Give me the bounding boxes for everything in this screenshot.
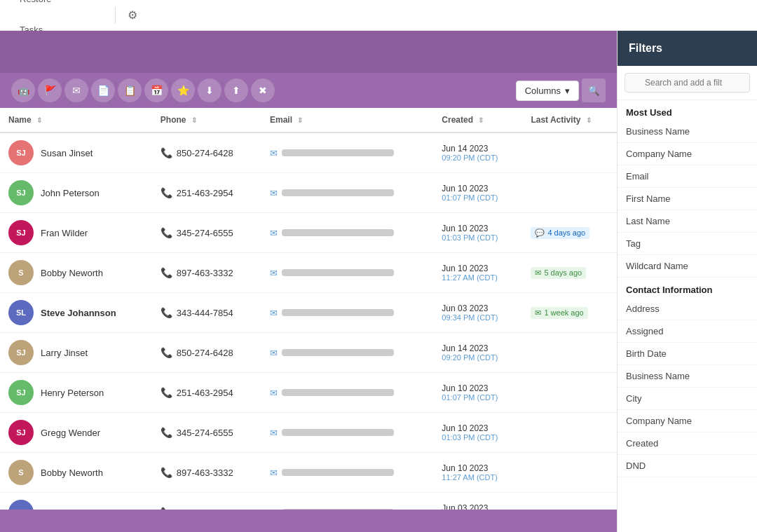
email-icon: ✉ xyxy=(270,308,278,318)
email-cell: ✉ xyxy=(261,173,433,213)
table-row[interactable]: SJ Henry Peterson 📞 251-463-2954 ✉ Jun 1… xyxy=(0,373,617,413)
filter-contact-item-company-name[interactable]: Company Name xyxy=(618,410,757,432)
contact-name: Bobby Neworth xyxy=(41,268,103,278)
contact-name: Bobby Neworth xyxy=(41,468,103,478)
name-cell: SL Joeann Thompson xyxy=(0,493,152,510)
name-cell: S Bobby Neworth xyxy=(0,253,152,293)
purple-banner xyxy=(0,31,617,73)
activity-cell xyxy=(522,493,617,510)
filter-contact-item-assigned[interactable]: Assigned xyxy=(618,320,757,343)
filter-item-first-name[interactable]: First Name xyxy=(618,188,757,210)
phone-number: 251-463-2954 xyxy=(177,388,233,398)
created-cell: Jun 14 2023 09:20 PM (CDT) xyxy=(433,333,522,373)
filter-contact-item-birth-date[interactable]: Birth Date xyxy=(618,343,757,365)
filters-search-input[interactable] xyxy=(625,73,750,93)
table-row[interactable]: S Bobby Neworth 📞 897-463-3332 ✉ Jun 10 … xyxy=(0,253,617,293)
table-row[interactable]: SJ Susan Jinset 📞 850-274-6428 ✉ Jun 14 … xyxy=(0,132,617,173)
created-cell: Jun 10 2023 01:03 PM (CDT) xyxy=(433,413,522,453)
col-phone[interactable]: Phone ⇕ xyxy=(152,108,261,132)
toolbar-doc-button[interactable]: 📄 xyxy=(91,79,115,102)
avatar: SJ xyxy=(8,140,34,165)
activity-time: 5 days ago xyxy=(544,268,582,277)
contacts-table-container: Name ⇕ Phone ⇕ Email ⇕ Created ⇕ Last Ac… xyxy=(0,108,617,510)
activity-cell: 💬 4 days ago xyxy=(522,213,617,253)
toolbar-download-button[interactable]: ⬇ xyxy=(198,79,221,102)
contact-info-items: AddressAssignedBirth DateBusiness NameCi… xyxy=(618,298,757,477)
created-cell: Jun 10 2023 01:07 PM (CDT) xyxy=(433,173,522,213)
col-created[interactable]: Created ⇕ xyxy=(433,108,522,132)
filter-item-business-name[interactable]: Business Name xyxy=(618,121,757,143)
contacts-table: Name ⇕ Phone ⇕ Email ⇕ Created ⇕ Last Ac… xyxy=(0,108,617,510)
contact-name: Fran Wilder xyxy=(41,228,88,238)
phone-cell: 📞 343-444-7854 xyxy=(152,493,261,510)
email-icon: ✉ xyxy=(270,188,278,198)
date-time: 11:27 AM (CDT) xyxy=(442,473,514,482)
filter-item-last-name[interactable]: Last Name xyxy=(618,210,757,233)
toolbar-clipboard-button[interactable]: 📋 xyxy=(118,79,142,102)
filter-contact-item-business-name[interactable]: Business Name xyxy=(618,365,757,388)
table-row[interactable]: SJ John Peterson 📞 251-463-2954 ✉ Jun 10… xyxy=(0,173,617,213)
phone-cell: 📞 345-274-6555 xyxy=(152,213,261,253)
contact-info-title: Contact Information xyxy=(618,278,757,298)
date-main: Jun 10 2023 xyxy=(442,423,514,433)
col-last-activity[interactable]: Last Activity ⇕ xyxy=(522,108,617,132)
toolbar-calendar-button[interactable]: 📅 xyxy=(144,79,168,102)
nav-divider xyxy=(115,7,116,24)
contact-name: Larry Jinset xyxy=(41,348,88,358)
activity-cell xyxy=(522,333,617,373)
col-name[interactable]: Name ⇕ xyxy=(0,108,152,132)
activity-cell xyxy=(522,373,617,413)
table-row[interactable]: SJ Gregg Wender 📞 345-274-6555 ✉ Jun 10 … xyxy=(0,413,617,453)
date-main: Jun 14 2023 xyxy=(442,343,514,353)
phone-number: 850-274-6428 xyxy=(177,348,233,358)
email-value xyxy=(282,469,394,476)
toolbar-star-button[interactable]: ⭐ xyxy=(171,79,195,102)
columns-label: Columns xyxy=(525,86,561,96)
activity-badge: ✉ 1 week ago xyxy=(531,307,587,319)
toolbar-email-button[interactable]: ✉ xyxy=(64,79,88,102)
filter-item-wildcard-name[interactable]: Wildcard Name xyxy=(618,255,757,278)
filter-item-company-name[interactable]: Company Name xyxy=(618,143,757,165)
search-wrap xyxy=(625,73,750,93)
gear-button[interactable]: ⚙ xyxy=(121,4,144,27)
phone-icon: 📞 xyxy=(161,307,172,318)
col-email[interactable]: Email ⇕ xyxy=(261,108,433,132)
filter-contact-item-created[interactable]: Created xyxy=(618,432,757,455)
phone-cell: 📞 343-444-7854 xyxy=(152,293,261,333)
table-row[interactable]: SJ Fran Wilder 📞 345-274-6555 ✉ Jun 10 2… xyxy=(0,213,617,253)
activity-type-icon: ✉ xyxy=(535,308,541,318)
contact-name: Gregg Wender xyxy=(41,428,100,438)
filter-item-tag[interactable]: Tag xyxy=(618,233,757,255)
top-nav: Smart ListsBulk ActionsRestoreTasksCompa… xyxy=(0,0,757,31)
toolbar-flag-button[interactable]: 🚩 xyxy=(38,79,62,102)
email-value xyxy=(282,229,394,236)
date-time: 09:20 PM (CDT) xyxy=(442,154,514,162)
phone-icon: 📞 xyxy=(161,187,172,198)
columns-button[interactable]: Columns ▾ xyxy=(516,81,579,101)
phone-icon: 📞 xyxy=(161,347,172,358)
filter-contact-item-address[interactable]: Address xyxy=(618,298,757,320)
nav-item-restore[interactable]: Restore xyxy=(11,0,109,15)
table-row[interactable]: SL Steve Johannson 📞 343-444-7854 ✉ Jun … xyxy=(0,293,617,333)
toolbar-upload-button[interactable]: ⬆ xyxy=(224,79,248,102)
table-row[interactable]: S Bobby Neworth 📞 897-463-3332 ✉ Jun 10 … xyxy=(0,453,617,493)
email-icon: ✉ xyxy=(270,268,278,278)
phone-number: 251-463-2954 xyxy=(177,188,233,198)
search-button[interactable]: 🔍 xyxy=(582,79,606,102)
created-cell: Jun 10 2023 01:03 PM (CDT) xyxy=(433,213,522,253)
table-row[interactable]: SJ Larry Jinset 📞 850-274-6428 ✉ Jun 14 … xyxy=(0,333,617,373)
toolbar-delete-button[interactable]: ✖ xyxy=(251,79,275,102)
filter-item-email[interactable]: Email xyxy=(618,165,757,188)
date-main: Jun 10 2023 xyxy=(442,184,514,193)
table-row[interactable]: SL Joeann Thompson 📞 343-444-7854 ✉ Jun … xyxy=(0,493,617,510)
phone-number: 345-274-6555 xyxy=(177,428,233,438)
filter-contact-item-dnd[interactable]: DND xyxy=(618,455,757,477)
email-icon: ✉ xyxy=(270,388,278,398)
email-icon: ✉ xyxy=(270,228,278,238)
toolbar-robot-button[interactable]: 🤖 xyxy=(11,79,35,102)
phone-cell: 📞 251-463-2954 xyxy=(152,373,261,413)
phone-number: 345-274-6555 xyxy=(177,228,233,238)
phone-icon: 📞 xyxy=(161,427,172,438)
filter-contact-item-city[interactable]: City xyxy=(618,388,757,410)
name-cell: SJ Henry Peterson xyxy=(0,373,152,413)
